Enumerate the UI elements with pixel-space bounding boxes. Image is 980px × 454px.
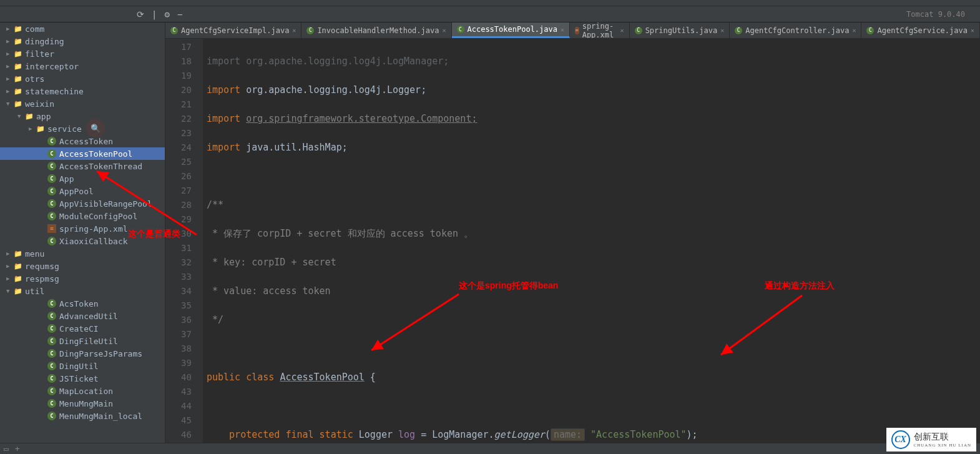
tree-item-jsticket[interactable]: CJSTicket bbox=[0, 372, 165, 385]
line-number: 28 bbox=[165, 198, 192, 212]
close-icon[interactable]: ✕ bbox=[442, 27, 446, 34]
tree-item-label: weixin bbox=[25, 99, 54, 109]
tree-item-acstoken[interactable]: CAcsToken bbox=[0, 297, 165, 310]
class-icon: C bbox=[47, 199, 56, 208]
tree-item-label: CreateCI bbox=[59, 324, 99, 333]
line-number: 29 bbox=[165, 212, 192, 227]
tab-label: AccessTokenPool.java bbox=[468, 25, 558, 34]
code-area[interactable]: import org.apache.logging.log4j.LogManag… bbox=[203, 39, 980, 443]
sync-icon[interactable]: ⟳ bbox=[137, 9, 144, 19]
line-number: 30 bbox=[165, 227, 192, 241]
close-icon[interactable]: ✕ bbox=[852, 27, 856, 34]
tree-item-respmsg[interactable]: ▶📁respmsg bbox=[0, 272, 165, 285]
tree-item-label: MenuMngMain bbox=[59, 399, 113, 408]
line-number: 20 bbox=[165, 83, 192, 97]
close-icon[interactable]: ✕ bbox=[971, 27, 974, 34]
editor-tabs: CAgentCfgServiceImpl.java✕CInvocableHand… bbox=[165, 22, 980, 39]
line-number: 35 bbox=[165, 299, 192, 313]
project-tree[interactable]: ▶📁comm▶📁dingding▶📁filter▶📁interceptor▶📁o… bbox=[0, 22, 165, 443]
tree-item-spring-app-xml[interactable]: ≡spring-App.xml bbox=[0, 222, 165, 235]
tree-item-label: requmsg bbox=[25, 262, 59, 271]
tab-label: AgentCfgService.java bbox=[877, 26, 968, 35]
tree-item-statemechine[interactable]: ▶📁statemechine bbox=[0, 85, 165, 97]
tree-item-weixin[interactable]: ▼📁weixin bbox=[0, 97, 165, 110]
line-number: 24 bbox=[165, 141, 192, 155]
tree-item-filter[interactable]: ▶📁filter bbox=[0, 47, 165, 60]
class-icon: C bbox=[306, 27, 314, 34]
terminal-icon[interactable]: ▭ bbox=[4, 444, 9, 453]
tab-accesstokenpool-java[interactable]: CAccessTokenPool.java✕ bbox=[452, 22, 571, 38]
line-number: 17 bbox=[165, 40, 192, 54]
editor[interactable]: 1718192021222324252627282930313233343536… bbox=[165, 39, 980, 443]
tree-item-label: statemechine bbox=[25, 87, 84, 96]
folder-icon: 📁 bbox=[36, 125, 45, 133]
tree-item-dingparsejsparams[interactable]: CDingParseJsParams bbox=[0, 347, 165, 360]
tree-item-dingding[interactable]: ▶📁dingding bbox=[0, 35, 165, 47]
tree-item-label: dingding bbox=[25, 37, 64, 46]
line-number: 36 bbox=[165, 313, 192, 327]
line-number: 18 bbox=[165, 54, 192, 69]
tree-item-moduleconfigpool[interactable]: CModuleConfigPool bbox=[0, 210, 165, 222]
run-config-label[interactable]: Tomcat 9.0.40 bbox=[906, 10, 965, 19]
tree-item-otrs[interactable]: ▶📁otrs bbox=[0, 72, 165, 85]
tree-item-util[interactable]: ▼📁util bbox=[0, 285, 165, 297]
tree-item-label: util bbox=[25, 287, 44, 296]
tab-label: AgentCfgController.java bbox=[745, 26, 849, 35]
add-icon[interactable]: + bbox=[15, 444, 20, 453]
tree-item-appvisiblerangepool[interactable]: CAppVisibleRangePool bbox=[0, 197, 165, 210]
status-bar: ▭ + bbox=[0, 443, 980, 454]
tree-item-menu[interactable]: ▶📁menu bbox=[0, 247, 165, 260]
close-icon[interactable]: ✕ bbox=[720, 27, 724, 34]
tree-item-accesstokenpool[interactable]: CAccessTokenPool bbox=[0, 147, 165, 160]
tree-item-xiaoxicallback[interactable]: CXiaoxiCallback bbox=[0, 235, 165, 247]
tree-item-label: otrs bbox=[25, 74, 44, 84]
close-icon[interactable]: ✕ bbox=[561, 26, 564, 33]
tree-item-menumngmain-local[interactable]: CMenuMngMain_local bbox=[0, 410, 165, 422]
line-number: 34 bbox=[165, 284, 192, 299]
class-icon: C bbox=[47, 362, 56, 370]
tree-item-label: JSTicket bbox=[59, 374, 99, 383]
tree-item-label: AccessTokenPool bbox=[59, 149, 132, 159]
minus-icon[interactable]: − bbox=[177, 9, 182, 19]
close-icon[interactable]: ✕ bbox=[620, 27, 624, 34]
toolbar: ⟳ | ⚙ − Tomcat 9.0.40 bbox=[0, 6, 980, 22]
class-icon: C bbox=[47, 187, 56, 195]
tree-item-maplocation[interactable]: CMapLocation bbox=[0, 385, 165, 397]
tab-springutils-java[interactable]: CSpringUtils.java✕ bbox=[630, 22, 730, 38]
tree-item-label: spring-App.xml bbox=[59, 224, 128, 234]
folder-icon: 📁 bbox=[14, 25, 22, 33]
tree-item-dingutil[interactable]: CDingUtil bbox=[0, 360, 165, 372]
class-icon: C bbox=[47, 162, 56, 170]
tree-item-app[interactable]: CApp bbox=[0, 172, 165, 185]
tab-agentcfgservice-java[interactable]: CAgentCfgService.java✕ bbox=[861, 22, 980, 38]
tree-item-apppool[interactable]: CAppPool bbox=[0, 185, 165, 197]
tab-invocablehandlermethod-java[interactable]: CInvocableHandlerMethod.java✕ bbox=[301, 22, 451, 38]
tab-agentcfgserviceimpl-java[interactable]: CAgentCfgServiceImpl.java✕ bbox=[165, 22, 301, 38]
tree-item-requmsg[interactable]: ▶📁requmsg bbox=[0, 260, 165, 272]
gear-icon[interactable]: ⚙ bbox=[164, 9, 169, 19]
tree-item-label: AccessTokenThread bbox=[59, 162, 142, 171]
tab-spring-app-xml[interactable]: ≡spring-App.xml✕ bbox=[570, 22, 630, 38]
tree-item-accesstokenthread[interactable]: CAccessTokenThread bbox=[0, 160, 165, 172]
line-number: 31 bbox=[165, 241, 192, 255]
tree-item-interceptor[interactable]: ▶📁interceptor bbox=[0, 60, 165, 72]
folder-icon: 📁 bbox=[14, 87, 22, 96]
tree-item-app[interactable]: ▼📁app bbox=[0, 110, 165, 122]
class-icon: C bbox=[47, 324, 56, 333]
close-icon[interactable]: ✕ bbox=[292, 27, 296, 34]
folder-icon: 📁 bbox=[14, 100, 22, 108]
line-number: 38 bbox=[165, 342, 192, 356]
line-number: 27 bbox=[165, 184, 192, 198]
tree-item-advancedutil[interactable]: CAdvancedUtil bbox=[0, 310, 165, 322]
tree-item-accesstoken[interactable]: CAccessToken bbox=[0, 135, 165, 147]
tree-item-comm[interactable]: ▶📁comm bbox=[0, 22, 165, 35]
folder-icon: 📁 bbox=[14, 287, 22, 295]
tree-item-createci[interactable]: CCreateCI bbox=[0, 322, 165, 335]
tree-item-service[interactable]: ▶📁service bbox=[0, 122, 165, 135]
tree-item-label: AcsToken bbox=[59, 299, 99, 308]
tree-item-menumngmain[interactable]: CMenuMngMain bbox=[0, 397, 165, 410]
tree-item-dingfileutil[interactable]: CDingFileUtil bbox=[0, 335, 165, 347]
class-icon: C bbox=[457, 26, 464, 33]
class-icon: C bbox=[866, 27, 874, 34]
tab-agentcfgcontroller-java[interactable]: CAgentCfgController.java✕ bbox=[730, 22, 861, 38]
